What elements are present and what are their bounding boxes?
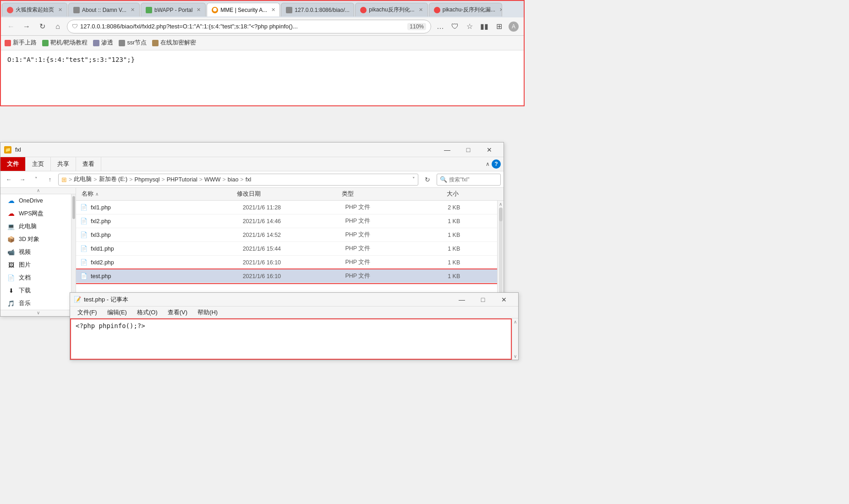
forward-button[interactable]: → [20,20,33,33]
path-refresh-button[interactable]: ↻ [421,173,434,186]
path-bar[interactable]: ⊞ > 此电脑 > 新加卷 (E:) > Phpmysql > PHPTutor… [58,174,418,186]
file-row-test[interactable]: 📄 test.php 2021/1/6 16:10 PHP 文件 1 KB [76,269,497,283]
notepad-scrollbar[interactable]: ∧ ∨ [512,318,518,360]
col-header-size[interactable]: 大小 [443,190,497,198]
tab-3-close[interactable]: ✕ [197,7,201,13]
sidebar-scroll-down[interactable]: ∨ [0,310,76,316]
file-row-fxl3[interactable]: 📄 fxl3.php 2021/1/6 14:52 PHP 文件 1 KB [76,228,497,242]
col-header-name[interactable]: 名称 ∧ [76,190,233,198]
ribbon-collapse-icon[interactable]: ∧ [486,161,490,167]
maximize-button[interactable]: □ [458,142,479,157]
tab-6-favicon [360,7,367,13]
path-segment-6[interactable]: fxl [246,176,252,183]
path-dropdown-button[interactable]: ˅ [412,176,415,182]
path-segment-5[interactable]: biao [228,176,239,183]
notepad-maximize-button[interactable]: □ [472,292,493,307]
bookmark-button[interactable]: ☆ [463,20,476,33]
path-segment-1[interactable]: 新加卷 (E:) [99,175,128,183]
ribbon-tab-view[interactable]: 查看 [76,157,101,171]
notepad-scroll-up-icon[interactable]: ∧ [514,319,517,324]
sidebar-item-pictures[interactable]: 🖼 图片 [0,258,76,271]
bookmark-3-icon [93,40,99,46]
file-row-fxl1[interactable]: 📄 fxl1.php 2021/1/6 11:28 PHP 文件 2 KB [76,201,497,214]
file-scrollbar-up[interactable]: ∧ [499,202,502,207]
back-button[interactable]: ← [5,20,17,33]
close-button[interactable]: ✕ [479,142,500,157]
notepad-menu-edit[interactable]: 编辑(E) [103,307,131,318]
ribbon-tab-home[interactable]: 主页 [26,157,51,171]
sidebar-item-video[interactable]: 📹 视频 [0,246,76,258]
file-row-fxl2[interactable]: 📄 fxl2.php 2021/1/6 14:46 PHP 文件 1 KB [76,214,497,228]
ribbon-tab-file[interactable]: 文件 [0,157,26,171]
tab-5-close[interactable]: ✕ [354,7,355,13]
avatar-button[interactable]: A [507,20,520,33]
tab-7[interactable]: pikachu-反序列化漏... ✕ [429,3,502,16]
file-row-fxld1[interactable]: 📄 fxld1.php 2021/1/6 15:44 PHP 文件 1 KB [76,242,497,256]
minimize-button[interactable]: — [437,142,458,157]
path-segment-4[interactable]: WWW [204,176,220,183]
nav-forward-button[interactable]: → [17,174,28,185]
file-row-fxld2[interactable]: 📄 fxld2.php 2021/1/6 16:10 PHP 文件 1 KB [76,256,497,269]
tab-7-close[interactable]: ✕ [499,7,502,13]
tab-2[interactable]: About :: Damn V... ✕ [68,3,140,16]
forward-icon: → [23,22,30,31]
help-button[interactable]: ? [492,159,501,169]
onedrive-icon: ☁ [7,197,15,205]
nav-down-button[interactable]: ˅ [31,174,42,185]
sidebar-item-wps[interactable]: ☁ WPS网盘 [0,207,76,220]
ribbon-tab-share[interactable]: 共享 [51,157,76,171]
nav-up-button[interactable]: ↑ [44,174,55,185]
search-input[interactable] [449,176,490,183]
col-header-date[interactable]: 修改日期 [233,190,338,198]
path-segment-3[interactable]: PHPTutorial [167,176,197,183]
sidebar-scroll-up[interactable]: ∧ [0,188,76,194]
tab-6-close[interactable]: ✕ [419,7,423,13]
tab-6[interactable]: pikachu反序列化... ✕ [355,3,427,16]
notepad-menu-file[interactable]: 文件(F) [73,307,102,318]
zoom-level: 110% [407,23,426,30]
tab-3[interactable]: bWAPP - Portal ✕ [141,3,206,16]
sidebar-button[interactable]: ▮▮ [478,20,491,33]
bookmark-5[interactable]: 在线加密解密 [152,39,196,47]
tab-1[interactable]: 火狐搜索起始页 ✕ [2,3,67,16]
menu-button[interactable]: … [434,20,447,33]
home-button[interactable]: ⌂ [51,20,64,33]
sidebar-item-3d[interactable]: 📦 3D 对象 [0,233,76,246]
refresh-button[interactable]: ↻ [36,20,49,33]
sidebar-item-downloads[interactable]: ⬇ 下载 [0,284,76,297]
search-box[interactable]: 🔍 [437,174,501,186]
notepad-menu-view[interactable]: 查看(V) [163,307,192,318]
sidebar-item-documents[interactable]: 📄 文档 [0,271,76,284]
shield-button[interactable]: 🛡 [449,20,461,33]
split-button[interactable]: ⊞ [493,20,505,33]
nav-back-button[interactable]: ← [3,174,14,185]
notepad-scroll-down-icon[interactable]: ∨ [514,354,517,359]
path-segment-2[interactable]: Phpmysql [135,176,160,183]
notepad-menu-format[interactable]: 格式(O) [132,307,162,318]
address-bar[interactable]: 🛡 127.0.0.1:8086/biao/fxl/fxld2.php?test… [67,20,431,33]
sidebar-item-onedrive[interactable]: ☁ OneDrive [0,194,76,207]
sidebar-item-thispc[interactable]: 💻 此电脑 [0,220,76,233]
tab-4[interactable]: MME | Security A... ✕ [207,3,280,16]
notepad-minimize-button[interactable]: — [451,292,472,307]
file-size-fxl3: 1 KB [444,232,497,238]
bookmark-3[interactable]: 渗透 [93,39,113,47]
path-segment-0[interactable]: 此电脑 [74,175,92,183]
notepad-content-textarea[interactable] [70,318,512,360]
col-header-type[interactable]: 类型 [338,190,443,198]
notepad-close-button[interactable]: ✕ [493,292,515,307]
sidebar-scrollbar-thumb[interactable] [72,196,75,219]
tab-5[interactable]: 127.0.0.1:8086/biao/... ✕ [281,3,354,16]
notepad-menu-help[interactable]: 帮助(H) [193,307,222,318]
file-scrollbar-thumb[interactable] [499,208,503,221]
tab-4-close[interactable]: ✕ [271,7,275,13]
music-icon: 🎵 [7,299,15,307]
sidebar-item-music[interactable]: 🎵 音乐 [0,297,76,310]
notepad-menubar: 文件(F) 编辑(E) 格式(O) 查看(V) 帮助(H) [70,307,518,318]
tab-1-close[interactable]: ✕ [58,7,62,13]
bookmark-4[interactable]: ssr节点 [119,39,147,47]
bookmark-1[interactable]: 新手上路 [5,39,37,47]
wps-cloud-icon: ☁ [7,209,15,218]
bookmark-2[interactable]: 靶机/靶场教程 [42,39,88,47]
tab-2-close[interactable]: ✕ [131,7,135,13]
